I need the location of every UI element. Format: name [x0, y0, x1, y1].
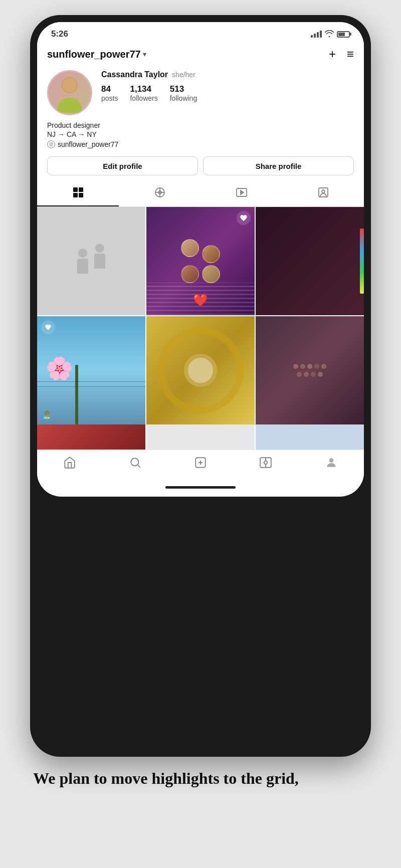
svg-rect-4 — [73, 193, 78, 197]
following-stat: 513 following — [170, 84, 197, 102]
posts-count: 84 — [101, 84, 111, 94]
battery-icon — [337, 31, 350, 38]
bottom-nav — [37, 450, 364, 482]
threads-icon: @ — [47, 140, 55, 148]
svg-point-14 — [131, 458, 138, 466]
following-label: following — [170, 94, 197, 102]
svg-point-23 — [329, 458, 333, 463]
chevron-down-icon: ▾ — [143, 50, 146, 58]
avatar — [47, 70, 92, 115]
svg-line-15 — [138, 465, 140, 468]
partial-photo-row — [37, 424, 364, 450]
grid-cell-3[interactable] — [256, 207, 364, 315]
bottom-caption-text: We plan to move highlights to the grid, — [33, 769, 299, 787]
nav-profile[interactable] — [299, 456, 364, 472]
bio-line-1: Product designer — [47, 121, 354, 129]
profile-nav-icon — [325, 456, 338, 472]
bio-link-row: @ sunflower_power77 — [47, 140, 354, 148]
bio-line-2: NJ → CA → NY — [47, 130, 354, 138]
tagged-tab-icon — [317, 186, 329, 201]
svg-rect-5 — [79, 193, 83, 197]
tab-bar — [37, 181, 364, 207]
pronouns: she/her — [172, 71, 195, 79]
tab-tagged[interactable] — [282, 181, 364, 206]
partial-cell-1[interactable] — [37, 424, 145, 450]
name-pronouns: Cassandra Taylor she/her — [101, 70, 354, 79]
stats-row: 84 posts 1,134 followers 513 following — [101, 84, 354, 102]
grid-cell-2[interactable]: ❤️ — [146, 207, 255, 315]
phone-screen: 5:26 sunflower_pow — [37, 22, 364, 497]
home-icon — [63, 456, 76, 472]
svg-point-1 — [63, 78, 77, 92]
svg-point-13 — [322, 190, 325, 193]
tab-reels[interactable] — [119, 181, 200, 206]
svg-rect-3 — [79, 187, 83, 192]
avatar-wrapper — [47, 70, 92, 115]
stats-name-col: Cassandra Taylor she/her 84 posts 1,134 … — [101, 70, 354, 102]
svg-rect-2 — [73, 187, 78, 192]
bottom-caption: We plan to move highlights to the grid, — [25, 769, 376, 788]
reels-tab-icon — [154, 186, 166, 201]
bio-threads-link[interactable]: sunflower_power77 — [58, 140, 118, 148]
create-icon — [194, 456, 207, 472]
home-indicator — [165, 486, 236, 489]
share-profile-button[interactable]: Share profile — [203, 156, 354, 175]
display-name: Cassandra Taylor — [101, 70, 168, 79]
followers-stat: 1,134 followers — [130, 84, 157, 102]
posts-label: posts — [101, 94, 118, 102]
svg-marker-11 — [241, 190, 244, 194]
svg-point-20 — [264, 461, 268, 465]
signal-icon — [311, 31, 322, 38]
following-count: 513 — [170, 84, 184, 94]
videos-tab-icon — [236, 186, 248, 201]
reels-nav-icon — [259, 456, 272, 472]
photo-grid: ❤️ 🌸 � — [37, 207, 364, 424]
followers-count: 1,134 — [130, 84, 151, 94]
status-icons — [311, 30, 350, 39]
tab-videos[interactable] — [200, 181, 282, 206]
search-icon — [129, 456, 142, 472]
username-text: sunflower_power77 — [47, 49, 141, 60]
partial-cell-2[interactable] — [146, 424, 255, 450]
followers-label: followers — [130, 94, 157, 102]
island-emoji: 🏝️ — [41, 409, 52, 420]
wifi-icon — [325, 30, 334, 39]
nav-create[interactable] — [168, 456, 233, 472]
red-heart-emoji: ❤️ — [193, 293, 208, 307]
edit-profile-button[interactable]: Edit profile — [47, 156, 198, 175]
bio-section: Product designer NJ → CA → NY @ sunflowe… — [37, 115, 364, 148]
silhouette-figures — [77, 249, 105, 274]
phone-frame: 5:26 sunflower_pow — [30, 15, 371, 757]
partial-cell-3[interactable] — [256, 424, 364, 450]
status-time: 5:26 — [51, 29, 68, 39]
nav-home[interactable] — [37, 456, 102, 472]
grid-cell-1[interactable] — [37, 207, 145, 315]
header-actions: + ≡ — [329, 47, 354, 61]
posts-stat: 84 posts — [101, 84, 118, 102]
grid-icon — [72, 186, 84, 201]
grid-cell-5[interactable] — [146, 316, 255, 424]
status-bar: 5:26 — [37, 22, 364, 43]
hamburger-menu-icon[interactable]: ≡ — [347, 47, 354, 61]
heart-badge-flower — [41, 320, 55, 334]
profile-info: Cassandra Taylor she/her 84 posts 1,134 … — [37, 66, 364, 115]
add-content-icon[interactable]: + — [329, 47, 336, 61]
profile-header: sunflower_power77 ▾ + ≡ — [37, 43, 364, 66]
grid-cell-4[interactable]: 🌸 🏝️ — [37, 316, 145, 424]
grid-cell-6[interactable] — [256, 316, 364, 424]
username-row[interactable]: sunflower_power77 ▾ — [47, 49, 146, 60]
nav-search[interactable] — [102, 456, 167, 472]
tab-grid[interactable] — [37, 181, 119, 206]
nav-reels[interactable] — [233, 456, 298, 472]
avatar-image — [48, 71, 91, 114]
heart-reel-badge — [237, 211, 251, 225]
action-buttons: Edit profile Share profile — [37, 148, 364, 181]
